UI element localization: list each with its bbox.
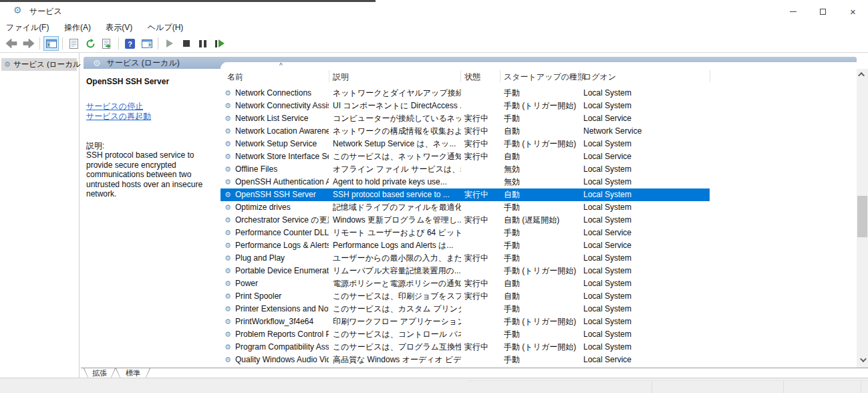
column-separator[interactable]: [460, 70, 461, 82]
service-name: Network Connectivity Assist...: [235, 100, 329, 112]
stop-service-button[interactable]: [178, 36, 194, 51]
minimize-icon: [790, 11, 797, 12]
scrollbar-thumb[interactable]: [857, 196, 867, 237]
minimize-button[interactable]: [778, 2, 808, 21]
menu-view[interactable]: 表示(V): [100, 20, 138, 35]
pause-service-button[interactable]: [195, 36, 210, 51]
service-name: Optimize drives: [235, 201, 329, 214]
table-row[interactable]: ⚙PrintWorkflow_3f4e64印刷ワークフロー アプリケーションの.…: [221, 315, 857, 328]
column-separator[interactable]: [579, 70, 580, 82]
table-row[interactable]: ⚙OpenSSH SSH ServerSSH protocol based se…: [221, 188, 857, 201]
column-header-description[interactable]: 説明: [333, 72, 349, 83]
export-list-icon: [102, 39, 113, 49]
back-button[interactable]: [4, 36, 19, 51]
menu-action[interactable]: 操作(A): [58, 20, 97, 35]
table-row[interactable]: ⚙Performance Logs & AlertsPerformance Lo…: [221, 239, 857, 252]
service-startup-type: 無効: [504, 163, 579, 176]
divider: [783, 381, 784, 393]
column-separator[interactable]: [329, 70, 329, 82]
table-row[interactable]: ⚙Network Connectionsネットワークとダイヤルアップ接続フォ..…: [221, 87, 857, 100]
table-row[interactable]: ⚙Portable Device Enumerator...リムーバブル大容量記…: [221, 265, 857, 277]
service-gear-icon: ⚙: [225, 265, 231, 277]
divider: [861, 381, 861, 393]
service-gear-icon: ⚙: [225, 176, 231, 188]
table-row[interactable]: ⚙Optimize drives記憶域ドライブのファイルを最適化...手動Loc…: [221, 201, 857, 214]
table-row[interactable]: ⚙Program Compatibility Assis...このサービスは、プ…: [221, 341, 857, 354]
restart-service-button[interactable]: [212, 36, 227, 51]
service-description-cell: 記憶域ドライブのファイルを最適化...: [333, 201, 461, 214]
services-list-panel: ^ 名前 説明 状態 スタートアップの種類 ログオン ⚙Network Conn…: [221, 62, 868, 368]
service-gear-icon: ⚙: [225, 112, 231, 125]
table-row[interactable]: ⚙Printer Extensions and Notif...このサービスは、…: [221, 303, 857, 315]
refresh-button[interactable]: [83, 36, 98, 51]
service-name: Problem Reports Control Pa...: [235, 328, 329, 341]
service-logon-as: Local System: [583, 176, 705, 188]
service-startup-type: 手動: [504, 252, 579, 265]
column-header-logon[interactable]: ログオン: [583, 72, 616, 83]
table-row[interactable]: ⚙OpenSSH Authentication A...Agent to hol…: [221, 176, 857, 188]
menu-file[interactable]: ファイル(F): [0, 20, 55, 35]
maximize-button[interactable]: [808, 2, 838, 21]
properties-icon: [69, 39, 78, 49]
table-row[interactable]: ⚙Network Setup ServiceNetwork Setup Serv…: [221, 138, 857, 150]
service-startup-type: 自動: [504, 277, 579, 290]
forward-button[interactable]: [21, 36, 36, 51]
menu-help[interactable]: ヘルプ(H): [142, 20, 190, 35]
service-logon-as: Local System: [583, 87, 705, 100]
table-row[interactable]: ⚙Print Spoolerこのサービスは、印刷ジョブをスプー...実行中自動L…: [221, 290, 857, 303]
services-gear-icon: ⚙: [13, 5, 22, 15]
scroll-up-button[interactable]: [857, 69, 868, 80]
service-logon-as: Local Service: [583, 239, 705, 252]
service-name: Network List Service: [235, 112, 329, 125]
service-description-cell: SSH protocol based service to ...: [333, 188, 461, 201]
table-row[interactable]: ⚙Performance Counter DLL H...リモート ユーザーおよ…: [221, 227, 857, 239]
column-separator[interactable]: [710, 70, 710, 82]
column-header-status[interactable]: 状態: [464, 72, 480, 83]
refresh-icon: [86, 39, 96, 49]
table-row[interactable]: ⚙Quality Windows Audio Vid...高品質な Window…: [221, 354, 857, 366]
tab-standard[interactable]: 標準: [116, 368, 150, 378]
help-button[interactable]: ?: [122, 36, 138, 51]
service-gear-icon: ⚙: [225, 277, 231, 290]
service-gear-icon: ⚙: [225, 239, 231, 252]
back-arrow-icon: [6, 39, 17, 48]
service-logon-as: Local System: [583, 315, 705, 328]
table-row[interactable]: ⚙Network Store Interface Ser...このサービスは、ネ…: [221, 150, 857, 163]
service-name: PrintWorkflow_3f4e64: [235, 315, 329, 328]
show-console-tree-button[interactable]: [43, 36, 59, 51]
service-status: 実行中: [464, 252, 499, 265]
column-header-name[interactable]: 名前: [227, 72, 243, 83]
restart-service-link[interactable]: サービスの再起動: [86, 111, 151, 122]
vertical-scrollbar[interactable]: [857, 69, 868, 368]
start-service-button[interactable]: [162, 36, 177, 51]
service-name: Printer Extensions and Notif...: [235, 303, 329, 315]
service-gear-icon: ⚙: [225, 214, 231, 227]
tree-item-services-local[interactable]: ⚙ サービス (ローカル): [1, 58, 77, 71]
service-name: OpenSSH SSH Server: [235, 188, 329, 201]
service-startup-type: 手動: [504, 112, 579, 125]
tab-extended[interactable]: 拡張: [84, 368, 116, 378]
service-gear-icon: ⚙: [225, 354, 231, 366]
services-window: ⚙ サービス × ファイル(F) 操作(A) 表示(V) ヘルプ(H): [0, 0, 868, 393]
menu-bar: ファイル(F) 操作(A) 表示(V) ヘルプ(H): [0, 20, 868, 35]
table-row[interactable]: ⚙Network Connectivity Assist...UI コンポーネン…: [221, 100, 857, 112]
table-row[interactable]: ⚙Orchestrator Service の更新Windows 更新プログラム…: [221, 214, 857, 227]
table-row[interactable]: ⚙Offline Filesオフライン ファイル サービスは、オフラ...無効L…: [221, 163, 857, 176]
service-logon-as: Local System: [583, 138, 705, 150]
service-gear-icon: ⚙: [225, 150, 231, 163]
close-button[interactable]: ×: [838, 2, 868, 21]
column-separator[interactable]: [500, 70, 500, 82]
table-row[interactable]: ⚙Problem Reports Control Pa...このサービスは、コン…: [221, 328, 857, 341]
table-row[interactable]: ⚙Power電源ポリシーと電源ポリシーの通知...実行中自動Local Syst…: [221, 277, 857, 290]
export-list-button[interactable]: [100, 36, 115, 51]
table-row[interactable]: ⚙Network List Serviceコンピューターが接続しているネットワ.…: [221, 112, 857, 125]
show-action-pane-button[interactable]: [139, 36, 154, 51]
service-gear-icon: ⚙: [225, 328, 231, 341]
service-status: 実行中: [464, 290, 499, 303]
column-header-startup-type[interactable]: スタートアップの種類: [504, 72, 585, 83]
service-status: 実行中: [464, 112, 499, 125]
table-row[interactable]: ⚙Plug and Playユーザーからの最小限の入力、また...実行中手動Lo…: [221, 252, 857, 265]
table-row[interactable]: ⚙Network Location Awarenessネットワークの構成情報を収…: [221, 125, 857, 138]
scroll-down-button[interactable]: [857, 354, 868, 366]
properties-button[interactable]: [66, 36, 82, 51]
